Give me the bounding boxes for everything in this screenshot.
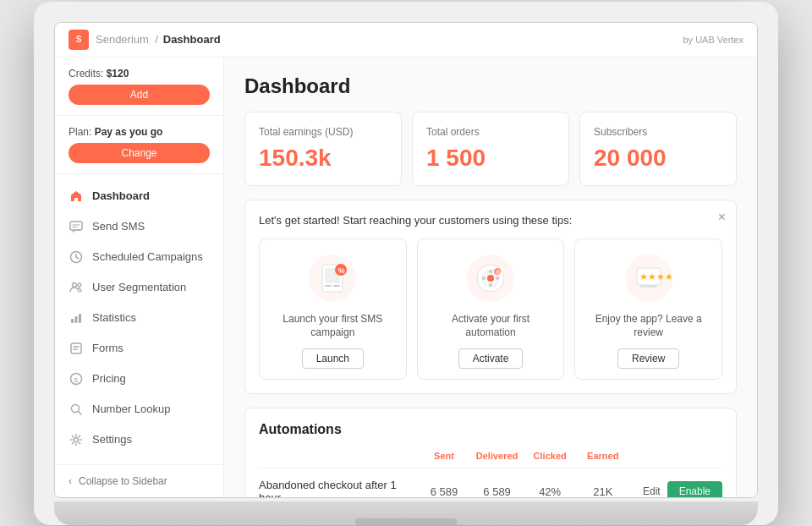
tip-card-automation: ⚙ Activate your first automation Activat…	[417, 238, 565, 381]
stat-card-earnings: Total earnings (USD) 150.3k	[244, 112, 402, 186]
tip-icon-review: ★★★★★	[623, 253, 674, 304]
breadcrumb: Senderium / Dashboard	[94, 33, 221, 46]
plan-section: Plan: Pay as you go Change	[55, 116, 223, 174]
tips-cards: % Launch your first SMS campaign Launch	[259, 238, 722, 381]
stat-card-subscribers: Subscribers 20 000	[579, 112, 737, 186]
automation-earned-0: 21K	[576, 485, 629, 497]
logo-area: S Senderium / Dashboard	[69, 30, 221, 50]
stat-value-earnings: 150.3k	[259, 145, 387, 172]
col-header-sent: Sent	[418, 451, 471, 461]
automation-name-0: Abandoned checkout after 1 hour	[259, 479, 418, 496]
sidebar-item-scheduled[interactable]: Scheduled Campaigns	[55, 242, 223, 272]
svg-rect-11	[71, 343, 81, 353]
svg-rect-9	[75, 316, 78, 323]
add-credits-button[interactable]: Add	[69, 85, 210, 105]
sidebar-item-number-lookup[interactable]: Number Lookup	[55, 394, 223, 425]
tips-close-button[interactable]: ×	[718, 211, 726, 224]
sidebar-item-send-sms[interactable]: Send SMS	[55, 211, 223, 242]
svg-point-29	[489, 270, 492, 273]
top-bar-right: by UAB Vertex	[683, 35, 743, 45]
stat-label-orders: Total orders	[426, 126, 555, 138]
collapse-sidebar-button[interactable]: ‹ Collapse to Sidebar	[55, 464, 223, 497]
nav-label-send-sms: Send SMS	[92, 220, 145, 233]
svg-point-30	[489, 283, 492, 287]
svg-rect-39	[640, 285, 657, 288]
svg-point-7	[78, 283, 81, 287]
nav-label-settings: Settings	[92, 433, 132, 446]
svg-point-18	[74, 437, 79, 441]
tip-label-sms: Launch your first SMS campaign	[270, 312, 396, 341]
svg-rect-8	[71, 319, 74, 323]
svg-rect-24	[325, 285, 332, 287]
automation-delivered-0: 6 589	[470, 485, 524, 497]
stat-label-subscribers: Subscribers	[594, 126, 722, 138]
automation-actions-0: Edit Enable	[629, 481, 722, 496]
svg-rect-25	[333, 285, 340, 287]
page-title: Dashboard	[244, 74, 737, 98]
svg-point-33	[487, 275, 494, 282]
svg-point-6	[73, 282, 77, 287]
nav-label-forms: Forms	[92, 342, 123, 354]
stat-label-earnings: Total earnings (USD)	[259, 126, 387, 138]
main-content: Dashboard Total earnings (USD) 150.3k To…	[224, 58, 757, 497]
automation-row-0: Abandoned checkout after 1 hour 6 589 6 …	[259, 468, 722, 496]
nav-label-pricing: Pricing	[92, 372, 126, 385]
enable-button-0[interactable]: Enable	[667, 481, 722, 496]
sidebar-item-pricing[interactable]: $ Pricing	[55, 364, 223, 394]
sidebar-item-dashboard[interactable]: Dashboard	[55, 181, 223, 211]
tip-card-review: ★★★★★ Enjoy the app? Leave a review Revi…	[574, 238, 722, 381]
tip-activate-button[interactable]: Activate	[458, 348, 524, 369]
users-icon	[69, 280, 84, 295]
automation-clicked-0: 42%	[524, 485, 577, 497]
nav-label-statistics: Statistics	[92, 311, 136, 324]
automations-title: Automations	[259, 422, 722, 437]
svg-text:$: $	[74, 375, 79, 383]
stat-card-orders: Total orders 1 500	[412, 112, 569, 186]
stat-value-orders: 1 500	[426, 145, 555, 172]
sidebar: Credits: $120 Add Plan: Pay as you go Ch…	[55, 58, 224, 497]
pricing-icon: $	[69, 371, 84, 386]
sidebar-item-forms[interactable]: Forms	[55, 333, 223, 364]
home-icon	[69, 189, 84, 204]
main-layout: Credits: $120 Add Plan: Pay as you go Ch…	[55, 58, 757, 497]
automation-sent-0: 6 589	[418, 485, 471, 497]
svg-text:⚙: ⚙	[496, 270, 500, 275]
chevron-left-icon: ‹	[69, 475, 72, 487]
change-plan-button[interactable]: Change	[69, 143, 210, 163]
stat-value-subscribers: 20 000	[594, 145, 722, 172]
tip-launch-button[interactable]: Launch	[302, 348, 364, 369]
nav-label-number-lookup: Number Lookup	[92, 403, 171, 415]
laptop-base	[54, 501, 758, 525]
svg-rect-10	[79, 314, 81, 323]
nav-label-dashboard: Dashboard	[92, 189, 150, 202]
credits-label: Credits: $120	[69, 68, 210, 79]
tip-card-sms: % Launch your first SMS campaign Launch	[259, 238, 407, 381]
gear-icon	[69, 432, 84, 447]
nav-menu: Dashboard Send SMS	[55, 174, 223, 464]
plan-label: Plan: Pay as you go	[69, 126, 210, 138]
top-bar: S Senderium / Dashboard by UAB Vertex	[55, 23, 757, 58]
nav-label-scheduled: Scheduled Campaigns	[92, 250, 203, 263]
tip-label-review: Enjoy the app? Leave a review	[585, 312, 711, 341]
logo-icon: S	[69, 30, 89, 50]
tip-icon-sms: %	[307, 253, 358, 304]
svg-line-17	[79, 411, 82, 414]
col-header-earned: Earned	[576, 451, 629, 461]
svg-rect-0	[70, 222, 82, 230]
edit-button-0[interactable]: Edit	[643, 485, 661, 496]
sidebar-item-statistics[interactable]: Statistics	[55, 303, 223, 333]
col-header-delivered: Delivered	[470, 451, 524, 461]
automations-card: Automations Sent Delivered Clicked Earne…	[244, 408, 737, 496]
sidebar-item-settings[interactable]: Settings	[55, 425, 223, 455]
forms-icon	[69, 341, 84, 356]
svg-point-32	[482, 277, 486, 280]
sidebar-item-segmentation[interactable]: User Segmentation	[55, 272, 223, 303]
tip-review-button[interactable]: Review	[617, 348, 679, 369]
tip-label-automation: Activate your first automation	[428, 312, 554, 341]
tip-icon-automation: ⚙	[465, 253, 516, 304]
chart-icon	[69, 310, 84, 326]
svg-text:★★★★★: ★★★★★	[639, 271, 672, 282]
col-header-clicked: Clicked	[524, 451, 577, 461]
clock-icon	[69, 249, 84, 265]
credits-section: Credits: $120 Add	[55, 58, 223, 116]
